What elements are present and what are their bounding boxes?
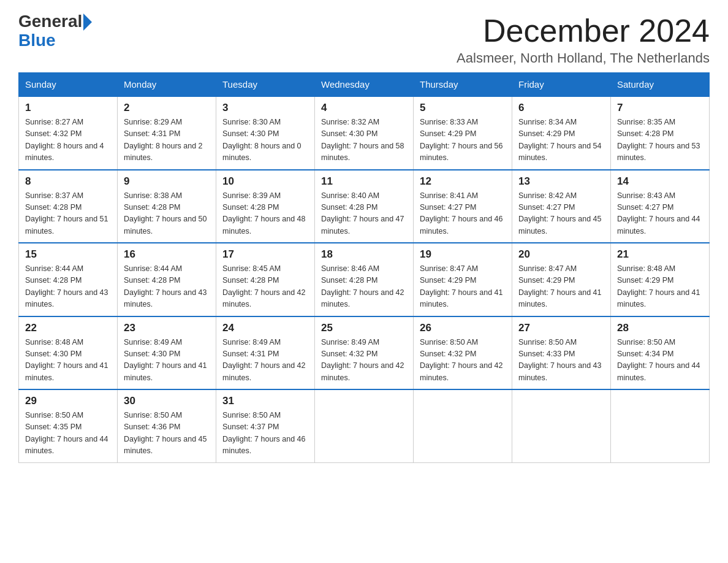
day-info: Sunrise: 8:44 AMSunset: 4:28 PMDaylight:… bbox=[25, 263, 111, 311]
day-info: Sunrise: 8:37 AMSunset: 4:28 PMDaylight:… bbox=[25, 190, 111, 238]
location-title: Aalsmeer, North Holland, The Netherlands bbox=[457, 50, 710, 66]
day-number: 25 bbox=[321, 322, 407, 334]
day-info: Sunrise: 8:48 AMSunset: 4:30 PMDaylight:… bbox=[25, 337, 111, 385]
day-number: 12 bbox=[420, 175, 506, 188]
calendar-cell: 23Sunrise: 8:49 AMSunset: 4:30 PMDayligh… bbox=[118, 316, 216, 390]
calendar-cell: 30Sunrise: 8:50 AMSunset: 4:36 PMDayligh… bbox=[118, 389, 216, 462]
day-info: Sunrise: 8:50 AMSunset: 4:34 PMDaylight:… bbox=[617, 337, 703, 385]
day-info: Sunrise: 8:27 AMSunset: 4:32 PMDaylight:… bbox=[25, 117, 111, 164]
calendar-cell: 28Sunrise: 8:50 AMSunset: 4:34 PMDayligh… bbox=[611, 316, 710, 390]
day-number: 7 bbox=[617, 102, 703, 114]
calendar-cell: 21Sunrise: 8:48 AMSunset: 4:29 PMDayligh… bbox=[611, 243, 710, 316]
calendar-cell: 13Sunrise: 8:42 AMSunset: 4:27 PMDayligh… bbox=[512, 170, 611, 243]
calendar-cell: 17Sunrise: 8:45 AMSunset: 4:28 PMDayligh… bbox=[216, 243, 315, 316]
calendar-cell: 16Sunrise: 8:44 AMSunset: 4:28 PMDayligh… bbox=[118, 243, 216, 316]
calendar-cell: 10Sunrise: 8:39 AMSunset: 4:28 PMDayligh… bbox=[216, 170, 315, 243]
calendar-cell bbox=[414, 389, 512, 462]
day-info: Sunrise: 8:50 AMSunset: 4:35 PMDaylight:… bbox=[25, 410, 111, 458]
week-row-1: 1Sunrise: 8:27 AMSunset: 4:32 PMDaylight… bbox=[19, 96, 710, 170]
day-number: 18 bbox=[321, 248, 407, 261]
day-number: 31 bbox=[222, 395, 308, 407]
calendar-cell: 14Sunrise: 8:43 AMSunset: 4:27 PMDayligh… bbox=[611, 170, 710, 243]
day-number: 13 bbox=[518, 175, 604, 188]
calendar-cell: 2Sunrise: 8:29 AMSunset: 4:31 PMDaylight… bbox=[118, 96, 216, 170]
title-area: December 2024 Aalsmeer, North Holland, T… bbox=[457, 12, 710, 66]
calendar-cell: 25Sunrise: 8:49 AMSunset: 4:32 PMDayligh… bbox=[315, 316, 414, 390]
day-number: 20 bbox=[518, 248, 604, 261]
day-number: 6 bbox=[518, 102, 604, 114]
calendar-table: SundayMondayTuesdayWednesdayThursdayFrid… bbox=[18, 72, 710, 463]
day-info: Sunrise: 8:35 AMSunset: 4:28 PMDaylight:… bbox=[617, 117, 703, 164]
day-number: 23 bbox=[124, 322, 210, 334]
day-number: 5 bbox=[420, 102, 506, 114]
week-row-4: 22Sunrise: 8:48 AMSunset: 4:30 PMDayligh… bbox=[19, 316, 710, 390]
weekday-header-thursday: Thursday bbox=[414, 73, 512, 97]
day-number: 26 bbox=[420, 322, 506, 334]
logo-triangle-icon bbox=[83, 13, 92, 31]
logo-blue: Blue bbox=[18, 31, 56, 50]
day-number: 2 bbox=[124, 102, 210, 114]
weekday-header-tuesday: Tuesday bbox=[216, 73, 315, 97]
day-number: 14 bbox=[617, 175, 703, 188]
week-row-3: 15Sunrise: 8:44 AMSunset: 4:28 PMDayligh… bbox=[19, 243, 710, 316]
day-info: Sunrise: 8:32 AMSunset: 4:30 PMDaylight:… bbox=[321, 117, 407, 164]
day-info: Sunrise: 8:50 AMSunset: 4:33 PMDaylight:… bbox=[518, 337, 604, 385]
calendar-cell: 11Sunrise: 8:40 AMSunset: 4:28 PMDayligh… bbox=[315, 170, 414, 243]
day-info: Sunrise: 8:34 AMSunset: 4:29 PMDaylight:… bbox=[518, 117, 604, 164]
weekday-header-saturday: Saturday bbox=[611, 73, 710, 97]
day-info: Sunrise: 8:49 AMSunset: 4:30 PMDaylight:… bbox=[124, 337, 210, 385]
day-info: Sunrise: 8:38 AMSunset: 4:28 PMDaylight:… bbox=[124, 190, 210, 238]
day-number: 10 bbox=[222, 175, 308, 188]
day-info: Sunrise: 8:44 AMSunset: 4:28 PMDaylight:… bbox=[124, 263, 210, 311]
day-info: Sunrise: 8:47 AMSunset: 4:29 PMDaylight:… bbox=[420, 263, 506, 311]
calendar-cell: 6Sunrise: 8:34 AMSunset: 4:29 PMDaylight… bbox=[512, 96, 611, 170]
day-number: 11 bbox=[321, 175, 407, 188]
month-title: December 2024 bbox=[457, 12, 710, 49]
day-number: 4 bbox=[321, 102, 407, 114]
weekday-header-wednesday: Wednesday bbox=[315, 73, 414, 97]
day-info: Sunrise: 8:45 AMSunset: 4:28 PMDaylight:… bbox=[222, 263, 308, 311]
day-number: 19 bbox=[420, 248, 506, 261]
calendar-cell: 9Sunrise: 8:38 AMSunset: 4:28 PMDaylight… bbox=[118, 170, 216, 243]
day-info: Sunrise: 8:49 AMSunset: 4:31 PMDaylight:… bbox=[222, 337, 308, 385]
day-number: 8 bbox=[25, 175, 111, 188]
day-info: Sunrise: 8:48 AMSunset: 4:29 PMDaylight:… bbox=[617, 263, 703, 311]
calendar-cell: 24Sunrise: 8:49 AMSunset: 4:31 PMDayligh… bbox=[216, 316, 315, 390]
calendar-cell: 22Sunrise: 8:48 AMSunset: 4:30 PMDayligh… bbox=[19, 316, 118, 390]
day-number: 30 bbox=[124, 395, 210, 407]
day-number: 1 bbox=[25, 102, 111, 114]
day-number: 27 bbox=[518, 322, 604, 334]
calendar-cell bbox=[315, 389, 414, 462]
calendar-cell: 15Sunrise: 8:44 AMSunset: 4:28 PMDayligh… bbox=[19, 243, 118, 316]
day-number: 24 bbox=[222, 322, 308, 334]
day-number: 29 bbox=[25, 395, 111, 407]
calendar-cell: 5Sunrise: 8:33 AMSunset: 4:29 PMDaylight… bbox=[414, 96, 512, 170]
logo-general: General bbox=[18, 13, 82, 30]
calendar-cell: 4Sunrise: 8:32 AMSunset: 4:30 PMDaylight… bbox=[315, 96, 414, 170]
day-info: Sunrise: 8:50 AMSunset: 4:36 PMDaylight:… bbox=[124, 410, 210, 458]
calendar-cell: 31Sunrise: 8:50 AMSunset: 4:37 PMDayligh… bbox=[216, 389, 315, 462]
day-number: 3 bbox=[222, 102, 308, 114]
weekday-header-row: SundayMondayTuesdayWednesdayThursdayFrid… bbox=[19, 73, 710, 97]
calendar-cell: 29Sunrise: 8:50 AMSunset: 4:35 PMDayligh… bbox=[19, 389, 118, 462]
day-info: Sunrise: 8:42 AMSunset: 4:27 PMDaylight:… bbox=[518, 190, 604, 238]
day-info: Sunrise: 8:49 AMSunset: 4:32 PMDaylight:… bbox=[321, 337, 407, 385]
day-info: Sunrise: 8:40 AMSunset: 4:28 PMDaylight:… bbox=[321, 190, 407, 238]
calendar-cell: 26Sunrise: 8:50 AMSunset: 4:32 PMDayligh… bbox=[414, 316, 512, 390]
day-info: Sunrise: 8:30 AMSunset: 4:30 PMDaylight:… bbox=[222, 117, 308, 164]
calendar-cell bbox=[512, 389, 611, 462]
calendar-cell: 27Sunrise: 8:50 AMSunset: 4:33 PMDayligh… bbox=[512, 316, 611, 390]
day-number: 16 bbox=[124, 248, 210, 261]
page-header: General Blue December 2024 Aalsmeer, Nor… bbox=[18, 12, 710, 66]
day-info: Sunrise: 8:29 AMSunset: 4:31 PMDaylight:… bbox=[124, 117, 210, 164]
calendar-cell: 12Sunrise: 8:41 AMSunset: 4:27 PMDayligh… bbox=[414, 170, 512, 243]
day-number: 28 bbox=[617, 322, 703, 334]
day-info: Sunrise: 8:33 AMSunset: 4:29 PMDaylight:… bbox=[420, 117, 506, 164]
day-number: 22 bbox=[25, 322, 111, 334]
weekday-header-friday: Friday bbox=[512, 73, 611, 97]
calendar-cell: 3Sunrise: 8:30 AMSunset: 4:30 PMDaylight… bbox=[216, 96, 315, 170]
calendar-cell: 1Sunrise: 8:27 AMSunset: 4:32 PMDaylight… bbox=[19, 96, 118, 170]
day-info: Sunrise: 8:41 AMSunset: 4:27 PMDaylight:… bbox=[420, 190, 506, 238]
calendar-cell: 18Sunrise: 8:46 AMSunset: 4:28 PMDayligh… bbox=[315, 243, 414, 316]
week-row-5: 29Sunrise: 8:50 AMSunset: 4:35 PMDayligh… bbox=[19, 389, 710, 462]
